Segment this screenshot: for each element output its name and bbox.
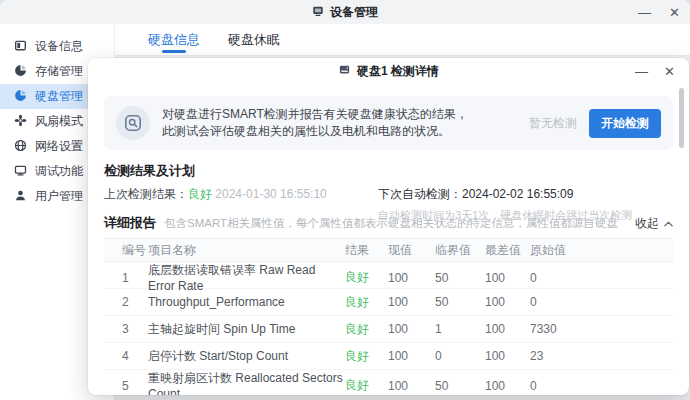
chevron-up-icon — [664, 216, 673, 230]
smart-report-table: 编号 项目名称 结果 现值 临界值 最差值 原始值 1 底层数据读取错误率 Ra… — [104, 238, 673, 395]
tab-bar: 硬盘信息 硬盘休眠 — [115, 24, 690, 56]
table-row: 1 底层数据读取错误率 Raw Read Error Rate 良好 100 5… — [104, 262, 673, 289]
disk-icon — [338, 62, 351, 80]
result-row: 上次检测结果：良好 2024-01-30 16:55:10 下次自动检测：202… — [104, 186, 673, 202]
last-result-label: 上次检测结果： — [104, 187, 188, 201]
window-close-button[interactable]: ✕ — [669, 6, 680, 19]
window-titlebar[interactable]: 设备管理 — ✕ — [0, 0, 690, 24]
table-header-row: 编号 项目名称 结果 现值 临界值 最差值 原始值 — [104, 238, 673, 262]
storage-icon — [14, 64, 27, 80]
dialog-scrollbar[interactable] — [679, 88, 684, 148]
user-icon — [14, 189, 27, 205]
window-minimize-button[interactable]: — — [638, 6, 651, 19]
smart-scan-icon — [116, 106, 150, 140]
dialog-titlebar[interactable]: 硬盘1 检测详情 — ✕ — [88, 58, 689, 84]
last-result-value: 良好 — [188, 187, 212, 201]
debug-icon — [14, 164, 27, 180]
next-detection-label: 下次自动检测： — [378, 187, 462, 201]
auto-detection-note: 自动检测时间为3天1次，硬盘休眠时会跳过当次检测 — [378, 208, 632, 222]
table-row: 3 主轴起旋时间 Spin Up Time 良好 100 1 100 7330 — [104, 316, 673, 343]
dialog-minimize-button[interactable]: — — [635, 65, 648, 78]
table-row: 4 启停计数 Start/Stop Count 良好 100 0 100 23 — [104, 343, 673, 370]
disk-detection-dialog: 硬盘1 检测详情 — ✕ 对硬盘进行SMART检测并报告有关硬盘健康状态的结果，… — [88, 58, 689, 395]
app-icon — [312, 3, 324, 21]
smart-info-banner: 对硬盘进行SMART检测并报告有关硬盘健康状态的结果， 此测试会评估硬盘相关的属… — [104, 96, 673, 150]
collapse-button[interactable]: 收起 — [635, 215, 673, 232]
start-detection-button[interactable]: 开始检测 — [589, 109, 661, 138]
smart-description: 对硬盘进行SMART检测并报告有关硬盘健康状态的结果， 此测试会评估硬盘相关的属… — [162, 106, 529, 140]
dialog-close-button[interactable]: ✕ — [664, 65, 675, 78]
window-title: 设备管理 — [330, 4, 378, 21]
report-section-title: 详细报告 — [104, 214, 156, 232]
tab-disk-sleep[interactable]: 硬盘休眠 — [228, 24, 280, 56]
device-management-window: 设备管理 — ✕ 硬盘信息 硬盘休眠 设备信息 存储管理 硬盘管理 风扇模式 — [0, 0, 690, 400]
dialog-title: 硬盘1 检测详情 — [357, 63, 439, 80]
result-section-title: 检测结果及计划 — [104, 162, 673, 180]
harddisk-icon — [14, 89, 27, 105]
network-icon — [14, 139, 27, 155]
next-detection-block: 下次自动检测：2024-02-02 16:55:09 自动检测时间为3天1次，硬… — [378, 186, 632, 222]
sidebar-item-device-info[interactable]: 设备信息 — [0, 34, 114, 59]
device-info-icon — [14, 39, 27, 55]
fan-icon — [14, 114, 27, 130]
last-result-time: 2024-01-30 16:55:10 — [215, 187, 326, 201]
detection-status-text: 暂无检测 — [529, 115, 577, 132]
tab-disk-info[interactable]: 硬盘信息 — [148, 24, 200, 56]
table-row: 5 重映射扇区计数 Reallocated Sectors Count 良好 1… — [104, 370, 673, 395]
table-row: 2 Throughput_Performance 良好 100 50 100 0 — [104, 289, 673, 316]
next-detection-time: 2024-02-02 16:55:09 — [462, 187, 573, 201]
